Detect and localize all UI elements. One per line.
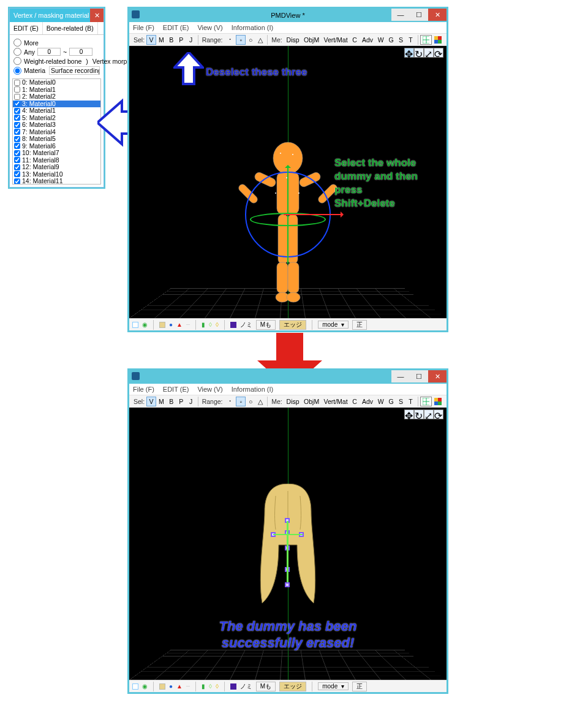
toolbar-group-G[interactable]: G [386, 397, 396, 406]
pmdview-viewport[interactable]: ✥ ↻ ⤢ ⟳ [129, 46, 447, 318]
material-checkbox[interactable] [14, 157, 20, 163]
radio-weight[interactable] [13, 57, 21, 65]
status-icon-2[interactable] [159, 683, 165, 690]
tab-bone[interactable]: Bone-related (B) [43, 22, 98, 34]
status-wire-icon[interactable]: ┈ [186, 683, 190, 690]
radio-more[interactable] [13, 39, 21, 47]
menu-file[interactable]: File (F) [133, 24, 154, 31]
material-row[interactable]: 10: Material7 [13, 150, 100, 157]
material-row[interactable]: 6: Material3 [13, 121, 100, 129]
material-row[interactable]: 14: Material11 [13, 178, 100, 185]
toolbar-group-T[interactable]: T [406, 35, 416, 45]
toolbar-group-ObjM[interactable]: ObjM [301, 35, 322, 45]
camera-zoom-icon[interactable]: ⤢ [424, 48, 434, 58]
toolbar-range-1[interactable]: ▫ [236, 35, 246, 45]
material-checkbox[interactable] [14, 122, 20, 128]
material-checkbox[interactable] [14, 86, 20, 93]
close-button[interactable]: ✕ [428, 9, 447, 21]
material-checkbox[interactable] [14, 164, 20, 170]
status-yellow[interactable]: ◊ [216, 321, 219, 328]
status-mode[interactable]: mode ▾ [318, 321, 349, 329]
toolbar-range-1[interactable]: ▫ [236, 397, 246, 406]
toolbar-group-W[interactable]: W [375, 397, 386, 406]
menu-edit-2[interactable]: EDIT (E) [163, 386, 189, 393]
maximize-button-2[interactable]: ☐ [410, 370, 428, 383]
material-checkbox[interactable] [14, 171, 20, 177]
pmdview-titlebar[interactable]: PMDView * — ☐ ✕ [129, 9, 447, 22]
material-row[interactable]: 4: Material1 [13, 107, 100, 115]
toolbar-grid-icon[interactable] [420, 397, 432, 406]
material-row[interactable]: 12: Material9 [13, 164, 100, 171]
status-rgb-icon[interactable]: ▮ [202, 321, 205, 328]
status-square[interactable]: 正 [352, 320, 367, 330]
toolbar-color-icon[interactable] [432, 35, 444, 45]
status-dot-green[interactable]: ◉ [142, 683, 148, 690]
toolbar-group-Adv[interactable]: Adv [360, 35, 375, 45]
status-icon-2[interactable] [159, 322, 165, 328]
toolbar-group-G[interactable]: G [386, 35, 396, 45]
toolbar-sel-J[interactable]: J [186, 35, 196, 45]
toolbar-range-2[interactable]: ○ [246, 35, 255, 45]
status-mode[interactable]: mode ▾ [318, 682, 349, 690]
camera-reset-icon[interactable]: ⟳ [434, 48, 443, 58]
toolbar-sel-B[interactable]: B [167, 35, 176, 45]
toolbar-sel-M[interactable]: M [156, 397, 167, 406]
material-checkbox[interactable] [14, 115, 20, 121]
material-checkbox[interactable] [14, 136, 20, 142]
status-nomi[interactable]: ノミ [240, 682, 252, 691]
vertex-close-button[interactable]: ✕ [90, 9, 104, 22]
material-checkbox[interactable] [14, 108, 20, 114]
status-wire-icon[interactable]: ┈ [186, 321, 190, 328]
camera-move-icon[interactable]: ✥ [404, 48, 414, 58]
status-icon-1[interactable] [132, 322, 138, 328]
toolbar-range-3[interactable]: △ [255, 397, 265, 406]
material-checkbox[interactable] [14, 94, 20, 100]
material-checkbox[interactable] [14, 80, 20, 86]
menu-info[interactable]: Information (I) [232, 24, 273, 31]
material-list[interactable]: 0: Material01: Material12: Material23: M… [12, 78, 101, 185]
toolbar-group-ObjM[interactable]: ObjM [301, 397, 322, 406]
pmdview-viewport-2[interactable]: ✥ ↻ ⤢ ⟳ The dumm [129, 408, 447, 680]
radio-any[interactable] [13, 48, 21, 56]
toolbar-sel-V[interactable]: V [146, 397, 156, 406]
menu-view-2[interactable]: View (V) [197, 386, 222, 393]
status-tri-red[interactable]: ▲ [176, 321, 183, 328]
toolbar-group-C[interactable]: C [350, 35, 360, 45]
material-checkbox[interactable] [14, 101, 20, 107]
toolbar-group-C[interactable]: C [350, 397, 360, 406]
material-checkbox[interactable] [14, 129, 20, 135]
vertex-window-titlebar[interactable]: Vertex / masking material ✕ [10, 9, 104, 22]
menu-view[interactable]: View (V) [197, 24, 222, 31]
any-to-input[interactable] [69, 48, 92, 56]
status-light-green[interactable]: ◊ [209, 683, 212, 690]
radio-materia[interactable] [13, 67, 21, 75]
material-row[interactable]: 8: Material5 [13, 135, 100, 143]
status-dot-blue[interactable]: ● [169, 321, 173, 328]
toolbar-group-Disp[interactable]: Disp [284, 397, 302, 406]
camera-rotate-icon[interactable]: ↻ [414, 48, 424, 58]
status-mb[interactable]: Mも [256, 682, 276, 691]
minimize-button[interactable]: — [391, 9, 410, 21]
pmdview-titlebar-2[interactable]: — ☐ ✕ [129, 370, 447, 384]
camera-zoom-icon-2[interactable]: ⤢ [424, 409, 434, 419]
status-yellow[interactable]: ◊ [216, 683, 219, 690]
status-square[interactable]: 正 [352, 682, 367, 691]
status-purple[interactable] [230, 683, 236, 690]
status-rgb-icon[interactable]: ▮ [202, 683, 205, 690]
material-checkbox[interactable] [14, 150, 20, 156]
maximize-button[interactable]: ☐ [410, 9, 428, 21]
toolbar-group-Adv[interactable]: Adv [360, 397, 375, 406]
toolbar-grid-icon[interactable] [420, 35, 432, 45]
status-dot-green[interactable]: ◉ [142, 321, 148, 328]
toolbar-range-2[interactable]: ○ [246, 397, 255, 406]
toolbar-range-0[interactable]: ・ [225, 35, 236, 45]
material-row[interactable]: 0: Material0 [13, 79, 100, 86]
status-dot-blue[interactable]: ● [169, 683, 173, 690]
toolbar-sel-B[interactable]: B [167, 397, 176, 406]
status-tri-red[interactable]: ▲ [176, 683, 183, 690]
toolbar-group-Vert/Mat[interactable]: Vert/Mat [322, 35, 350, 45]
toolbar-group-W[interactable]: W [375, 35, 386, 45]
toolbar-group-S[interactable]: S [396, 35, 406, 45]
camera-reset-icon-2[interactable]: ⟳ [434, 409, 443, 419]
status-edge[interactable]: エッジ [279, 682, 306, 691]
